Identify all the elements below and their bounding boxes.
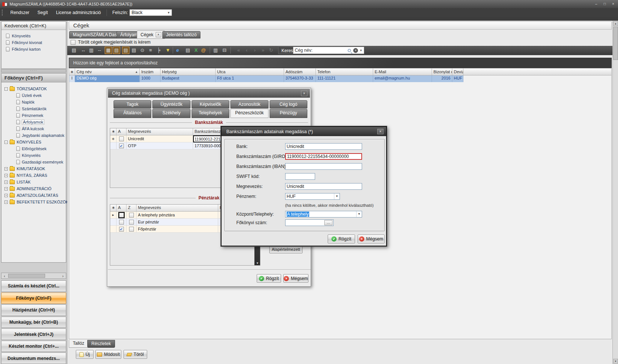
tree-node[interactable]: Előrögzítések [4, 145, 66, 152]
tree-node[interactable]: Üzleti évek [4, 92, 66, 99]
expand-icon[interactable]: + [4, 167, 8, 171]
column-header-z[interactable]: Z [126, 205, 136, 211]
cell-name[interactable]: OTP [126, 142, 193, 149]
menu-segit[interactable]: Segít [33, 9, 52, 16]
tab-azonositok[interactable]: Azonosítók [230, 100, 268, 108]
expand-icon[interactable]: + [4, 194, 8, 197]
column-header-adoszam[interactable]: Adószám [284, 68, 316, 75]
default-button[interactable]: Alapértelmezett [269, 245, 303, 253]
cell-email[interactable]: email@magnum.hu [373, 75, 432, 82]
tree-node[interactable]: Könyvelés [4, 152, 66, 159]
grid-lines-icon[interactable]: ▦ [105, 47, 112, 54]
export-excel-icon[interactable]: X [192, 47, 200, 54]
tab-tagok[interactable]: Tagok [114, 100, 151, 108]
tree-node[interactable]: +BEFEKTETETT ESZKÖZÖK [4, 199, 66, 205]
penznem-select[interactable]: HUF ▼ [285, 193, 340, 200]
filter-icon[interactable]: ▼ [164, 47, 172, 54]
panel-splitter[interactable]: ···· [1, 69, 66, 73]
nav-last-icon[interactable]: » [259, 47, 267, 54]
menu-rendszer[interactable]: Rendszer [6, 9, 33, 16]
expand-icon[interactable]: + [4, 200, 8, 204]
collapse-icon[interactable]: − [4, 141, 8, 144]
swift-input[interactable] [285, 173, 315, 180]
tab-kepviselok[interactable]: Képviselők [192, 100, 229, 108]
group-by-panel[interactable]: Húzzon ide egy fejlécet a csoportosításh… [69, 58, 612, 68]
tab-penzugy[interactable]: Pénzügy [270, 109, 307, 118]
group-panel-icon[interactable]: ▤ [122, 47, 129, 54]
cell-name[interactable]: Unicredit [126, 135, 193, 142]
favorite-item[interactable]: Főkönyvi kivonat [1, 39, 66, 46]
fokonyvi-field[interactable]: … [285, 219, 334, 226]
scroll-down-icon[interactable]: ▼ [255, 262, 260, 265]
tree-node[interactable]: Gazdasági események [4, 159, 66, 165]
tree-node-selected[interactable]: Árfolyamok [4, 119, 66, 125]
layout-icon[interactable]: ▤ [70, 47, 78, 54]
band-view-icon[interactable]: -- [96, 47, 103, 54]
nav-hazipenztar[interactable]: Házipénztár (Ctrl+H) [1, 304, 66, 316]
tree-node[interactable]: Pénznemek [4, 112, 66, 119]
column-header-megnevezes[interactable]: Megnevezés [126, 128, 193, 135]
column-header-a[interactable]: A [116, 205, 126, 211]
expand-icon[interactable]: + [4, 187, 8, 191]
tab-telephelyek[interactable]: Telephelyek [192, 109, 229, 118]
collapse-icon[interactable]: − [4, 87, 8, 91]
tree-node[interactable]: +ADATSZOLGÁLTATÁS [4, 192, 66, 199]
checkbox-unchecked[interactable] [129, 220, 134, 225]
cell-adoszam[interactable]: 37546370-3-33 [284, 75, 316, 82]
tab-ceglogo[interactable]: Cég logó [270, 100, 307, 108]
tree-node[interactable]: Jegybanki alapkamatok [4, 132, 66, 139]
column-header-irszam[interactable]: Irszám [140, 68, 161, 75]
save-button[interactable]: ✔Rögzít [328, 235, 355, 243]
nav-prev-icon[interactable]: ‹ [243, 47, 250, 54]
cell-helyseg[interactable]: Budapest [161, 75, 216, 82]
chevron-down-icon[interactable]: ▼ [334, 193, 340, 199]
refresh-icon[interactable]: ↻ [267, 47, 275, 54]
checkbox-unchecked[interactable] [119, 136, 124, 141]
expand-icon[interactable]: + [4, 181, 8, 184]
column-header-email[interactable]: E-Mail [373, 68, 432, 75]
bank-input[interactable] [285, 143, 362, 150]
checkbox-unchecked-focused[interactable] [119, 213, 124, 218]
cell-cegnev[interactable]: DEMO cég [75, 75, 140, 82]
favorite-item[interactable]: Főkönyvi karton [1, 46, 66, 53]
tab-ugyintezok[interactable]: Ügyintézők [152, 100, 190, 108]
nav-keszlet-monitor[interactable]: Készlet monitor (Ctrl+... [1, 341, 66, 352]
checkbox-unchecked[interactable] [119, 220, 124, 225]
cell-name[interactable]: Főpénztár [136, 226, 218, 233]
scrollbar-thumb[interactable] [8, 274, 45, 278]
favorite-item[interactable]: Könyvelés [1, 33, 66, 39]
tab-reszletek[interactable]: Részletek [87, 340, 115, 348]
column-header-helyseg[interactable]: Helység [161, 68, 216, 75]
cell-name[interactable]: A telephely pénztára [136, 212, 218, 219]
tree-node[interactable]: +KIMUTATÁSOK [4, 165, 66, 172]
delete-button[interactable]: Töröl [124, 350, 147, 359]
tree-node[interactable]: +LISTÁK [4, 179, 66, 185]
iban-input[interactable] [285, 163, 362, 170]
preview-panel-icon[interactable]: ▤ [130, 47, 138, 54]
row-auto-height-icon[interactable]: ≡ [147, 47, 154, 54]
chevron-down-icon[interactable]: ▼ [356, 211, 362, 217]
print-preview-icon[interactable]: ▥ [212, 47, 219, 54]
scrollbar-thumb[interactable] [613, 27, 618, 60]
nav-fokonyv[interactable]: Főkönyv (Ctrl+F) [1, 293, 66, 304]
checkbox-unchecked[interactable] [129, 227, 134, 232]
nav-next-icon[interactable]: › [251, 47, 259, 54]
favorites-header[interactable]: Kedvencek (Ctrl+K) [1, 22, 66, 30]
tab-penzeszkozok[interactable]: Pénzeszközök [230, 109, 268, 118]
export-html-icon[interactable]: e [174, 47, 181, 54]
column-header-megnevezes[interactable]: Megnevezés [136, 205, 218, 211]
save-button[interactable]: ✔Rögzít [257, 274, 281, 283]
search-input[interactable] [293, 48, 348, 53]
cell-deviza[interactable]: HUF [452, 75, 463, 82]
giro-input[interactable] [285, 153, 362, 160]
search-icon[interactable] [348, 49, 351, 52]
cell-bizonylatev[interactable]: 2016 [432, 75, 452, 82]
minimize-button[interactable]: – [592, 1, 600, 7]
export-email-icon[interactable]: @ [200, 47, 207, 54]
column-header-utca[interactable]: Utca [216, 68, 284, 75]
kozpont-select[interactable]: A telephely ▼ [285, 211, 362, 218]
scroll-up-icon[interactable]: ▲ [613, 21, 618, 26]
card-view-icon[interactable]: ▥ [88, 47, 95, 54]
lookup-ellipsis-button[interactable]: … [324, 220, 332, 225]
tree-node[interactable]: −KÖNYVELÉS [4, 139, 66, 145]
